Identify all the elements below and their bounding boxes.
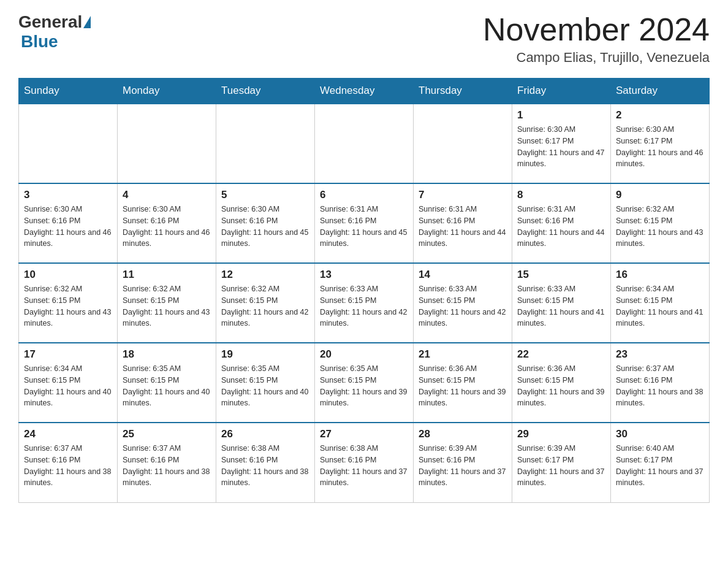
calendar-cell: 22Sunrise: 6:36 AMSunset: 6:15 PMDayligh… [512,343,611,423]
day-info: Sunrise: 6:31 AMSunset: 6:16 PMDaylight:… [320,204,408,250]
calendar-cell: 26Sunrise: 6:38 AMSunset: 6:16 PMDayligh… [216,423,315,502]
day-info: Sunrise: 6:30 AMSunset: 6:17 PMDaylight:… [517,124,605,170]
day-number: 2 [616,109,704,121]
calendar-cell: 28Sunrise: 6:39 AMSunset: 6:16 PMDayligh… [414,423,512,502]
week-row-4: 17Sunrise: 6:34 AMSunset: 6:15 PMDayligh… [19,343,710,423]
day-info: Sunrise: 6:35 AMSunset: 6:15 PMDaylight:… [320,363,408,409]
calendar-cell: 6Sunrise: 6:31 AMSunset: 6:16 PMDaylight… [315,183,414,263]
day-info: Sunrise: 6:34 AMSunset: 6:15 PMDaylight:… [616,283,704,329]
calendar-cell [315,104,414,183]
day-number: 9 [616,189,704,201]
logo-triangle-icon [83,16,91,28]
calendar-cell: 14Sunrise: 6:33 AMSunset: 6:15 PMDayligh… [414,263,512,343]
month-title: November 2024 [483,12,710,47]
day-info: Sunrise: 6:32 AMSunset: 6:15 PMDaylight:… [616,204,704,250]
day-info: Sunrise: 6:37 AMSunset: 6:16 PMDaylight:… [616,363,704,409]
day-number: 26 [221,428,309,440]
day-number: 24 [24,428,112,440]
day-info: Sunrise: 6:32 AMSunset: 6:15 PMDaylight:… [221,283,309,329]
day-number: 3 [24,189,112,201]
day-number: 7 [419,189,507,201]
day-number: 21 [419,348,507,361]
calendar-cell: 16Sunrise: 6:34 AMSunset: 6:15 PMDayligh… [611,263,710,343]
calendar-cell [19,104,118,183]
day-info: Sunrise: 6:38 AMSunset: 6:16 PMDaylight:… [320,443,408,489]
header: General Blue November 2024 Campo Elias, … [18,12,710,66]
calendar-cell: 29Sunrise: 6:39 AMSunset: 6:17 PMDayligh… [512,423,611,502]
calendar-cell [216,104,315,183]
week-row-5: 24Sunrise: 6:37 AMSunset: 6:16 PMDayligh… [19,423,710,502]
day-info: Sunrise: 6:34 AMSunset: 6:15 PMDaylight:… [24,363,112,409]
calendar-cell: 5Sunrise: 6:30 AMSunset: 6:16 PMDaylight… [216,183,315,263]
weekday-header-tuesday: Tuesday [216,79,315,104]
day-info: Sunrise: 6:31 AMSunset: 6:16 PMDaylight:… [419,204,507,250]
day-info: Sunrise: 6:37 AMSunset: 6:16 PMDaylight:… [24,443,112,489]
day-info: Sunrise: 6:30 AMSunset: 6:16 PMDaylight:… [24,204,112,250]
weekday-header-thursday: Thursday [414,79,512,104]
day-number: 16 [616,269,704,281]
calendar-cell: 13Sunrise: 6:33 AMSunset: 6:15 PMDayligh… [315,263,414,343]
day-info: Sunrise: 6:30 AMSunset: 6:16 PMDaylight:… [221,204,309,250]
day-number: 13 [320,269,408,281]
day-number: 25 [123,428,211,440]
day-number: 23 [616,348,704,361]
day-info: Sunrise: 6:31 AMSunset: 6:16 PMDaylight:… [517,204,605,250]
logo-blue-text: Blue [21,32,58,51]
calendar-cell: 2Sunrise: 6:30 AMSunset: 6:17 PMDaylight… [611,104,710,183]
calendar-cell: 18Sunrise: 6:35 AMSunset: 6:15 PMDayligh… [118,343,216,423]
logo: General Blue [18,12,92,52]
day-number: 29 [517,428,605,440]
day-number: 10 [24,269,112,281]
day-info: Sunrise: 6:38 AMSunset: 6:16 PMDaylight:… [221,443,309,489]
day-info: Sunrise: 6:36 AMSunset: 6:15 PMDaylight:… [419,363,507,409]
day-number: 12 [221,269,309,281]
calendar-cell: 25Sunrise: 6:37 AMSunset: 6:16 PMDayligh… [118,423,216,502]
day-number: 15 [517,269,605,281]
calendar-cell: 9Sunrise: 6:32 AMSunset: 6:15 PMDaylight… [611,183,710,263]
calendar-cell: 12Sunrise: 6:32 AMSunset: 6:15 PMDayligh… [216,263,315,343]
calendar-cell: 1Sunrise: 6:30 AMSunset: 6:17 PMDaylight… [512,104,611,183]
location-subtitle: Campo Elias, Trujillo, Venezuela [483,50,710,66]
day-info: Sunrise: 6:33 AMSunset: 6:15 PMDaylight:… [419,283,507,329]
day-number: 30 [616,428,704,440]
weekday-header-monday: Monday [118,79,216,104]
day-number: 8 [517,189,605,201]
day-number: 5 [221,189,309,201]
day-number: 4 [123,189,211,201]
calendar-cell: 15Sunrise: 6:33 AMSunset: 6:15 PMDayligh… [512,263,611,343]
day-info: Sunrise: 6:32 AMSunset: 6:15 PMDaylight:… [24,283,112,329]
calendar-cell: 20Sunrise: 6:35 AMSunset: 6:15 PMDayligh… [315,343,414,423]
day-info: Sunrise: 6:36 AMSunset: 6:15 PMDaylight:… [517,363,605,409]
day-info: Sunrise: 6:35 AMSunset: 6:15 PMDaylight:… [123,363,211,409]
week-row-3: 10Sunrise: 6:32 AMSunset: 6:15 PMDayligh… [19,263,710,343]
weekday-header-wednesday: Wednesday [315,79,414,104]
day-info: Sunrise: 6:39 AMSunset: 6:16 PMDaylight:… [419,443,507,489]
calendar-cell: 8Sunrise: 6:31 AMSunset: 6:16 PMDaylight… [512,183,611,263]
calendar-cell: 24Sunrise: 6:37 AMSunset: 6:16 PMDayligh… [19,423,118,502]
calendar-cell: 21Sunrise: 6:36 AMSunset: 6:15 PMDayligh… [414,343,512,423]
day-info: Sunrise: 6:35 AMSunset: 6:15 PMDaylight:… [221,363,309,409]
calendar-cell [118,104,216,183]
day-info: Sunrise: 6:33 AMSunset: 6:15 PMDaylight:… [517,283,605,329]
calendar-cell: 30Sunrise: 6:40 AMSunset: 6:17 PMDayligh… [611,423,710,502]
day-number: 1 [517,109,605,121]
day-number: 28 [419,428,507,440]
weekday-header-row: SundayMondayTuesdayWednesdayThursdayFrid… [19,79,710,104]
day-number: 27 [320,428,408,440]
day-number: 11 [123,269,211,281]
day-info: Sunrise: 6:39 AMSunset: 6:17 PMDaylight:… [517,443,605,489]
day-number: 22 [517,348,605,361]
day-number: 18 [123,348,211,361]
calendar-cell: 17Sunrise: 6:34 AMSunset: 6:15 PMDayligh… [19,343,118,423]
logo-general-text: General [18,12,82,32]
weekday-header-saturday: Saturday [611,79,710,104]
day-number: 6 [320,189,408,201]
calendar-cell: 27Sunrise: 6:38 AMSunset: 6:16 PMDayligh… [315,423,414,502]
day-info: Sunrise: 6:30 AMSunset: 6:16 PMDaylight:… [123,204,211,250]
day-number: 19 [221,348,309,361]
weekday-header-sunday: Sunday [19,79,118,104]
day-number: 14 [419,269,507,281]
calendar-cell: 7Sunrise: 6:31 AMSunset: 6:16 PMDaylight… [414,183,512,263]
calendar-cell: 11Sunrise: 6:32 AMSunset: 6:15 PMDayligh… [118,263,216,343]
calendar-cell: 3Sunrise: 6:30 AMSunset: 6:16 PMDaylight… [19,183,118,263]
